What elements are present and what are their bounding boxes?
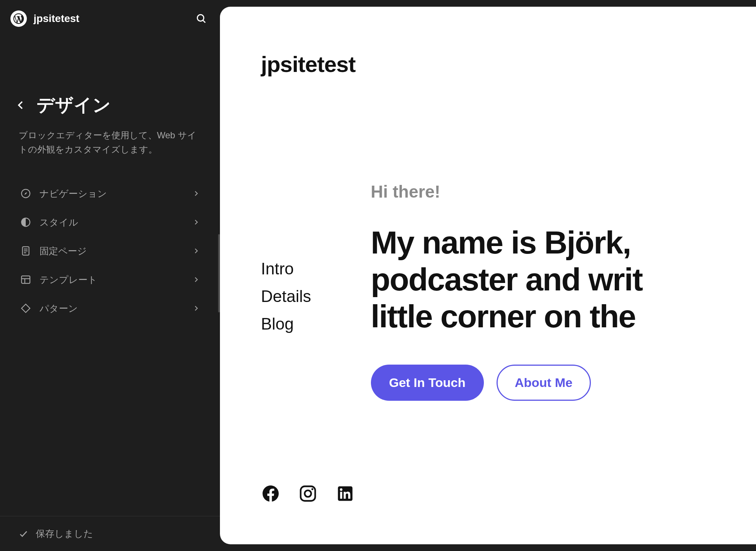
- svg-line-1: [203, 20, 205, 22]
- linkedin-icon[interactable]: [336, 484, 355, 503]
- design-menu: ナビゲーション スタイル 固定ページ: [0, 179, 220, 323]
- svg-marker-3: [24, 192, 27, 195]
- wordpress-logo-icon[interactable]: [10, 10, 27, 27]
- sidebar-top-bar: jpsitetest: [0, 0, 220, 37]
- hero-headline: My name is Björk, podcaster and writ lit…: [371, 224, 756, 335]
- command-palette-button[interactable]: [195, 12, 208, 25]
- svg-point-14: [305, 490, 311, 497]
- menu-item-label: 固定ページ: [40, 245, 87, 257]
- sidebar-site-name: jpsitetest: [34, 13, 79, 25]
- sidebar-site-identity[interactable]: jpsitetest: [10, 10, 79, 27]
- preview-content-row: Intro Details Blog Hi there! My name is …: [261, 182, 756, 401]
- panel-header: デザイン: [0, 37, 220, 128]
- compass-icon: [20, 188, 31, 199]
- social-row: [261, 484, 355, 503]
- cta-primary-button[interactable]: Get In Touch: [371, 365, 484, 401]
- menu-item-label: ナビゲーション: [40, 188, 107, 200]
- menu-item-label: スタイル: [40, 216, 78, 229]
- svg-point-15: [311, 488, 313, 490]
- menu-item-navigation[interactable]: ナビゲーション: [11, 179, 209, 208]
- chevron-right-icon: [192, 276, 200, 283]
- menu-item-label: テンプレート: [40, 274, 97, 286]
- local-nav-link[interactable]: Details: [261, 284, 311, 309]
- back-button[interactable]: [16, 100, 26, 110]
- svg-rect-9: [22, 276, 30, 283]
- preview-hero: Hi there! My name is Björk, podcaster an…: [371, 182, 756, 401]
- menu-item-templates[interactable]: テンプレート: [11, 265, 209, 294]
- save-status-bar: 保存しました: [0, 516, 220, 551]
- hero-cta-row: Get In Touch About Me: [371, 365, 756, 401]
- pattern-icon: [20, 303, 31, 314]
- instagram-icon[interactable]: [298, 484, 318, 503]
- facebook-icon[interactable]: [261, 484, 280, 503]
- page-icon: [20, 245, 31, 256]
- chevron-right-icon: [192, 305, 200, 312]
- menu-item-styles[interactable]: スタイル: [11, 208, 209, 237]
- local-nav-link[interactable]: Blog: [261, 311, 311, 337]
- panel-description: ブロックエディターを使用して、Web サイトの外観をカスタマイズします。: [0, 128, 220, 179]
- panel-title: デザイン: [37, 93, 111, 117]
- preview-site-title[interactable]: jpsitetest: [261, 51, 756, 77]
- menu-item-pages[interactable]: 固定ページ: [11, 237, 209, 265]
- chevron-right-icon: [192, 218, 200, 226]
- save-status-text: 保存しました: [36, 528, 93, 540]
- cta-secondary-button[interactable]: About Me: [497, 365, 591, 401]
- svg-point-0: [197, 15, 204, 21]
- editor-sidebar: jpsitetest デザイン ブロックエディターを使用して、Web サイトの外…: [0, 0, 220, 551]
- svg-marker-12: [22, 304, 30, 313]
- site-preview-canvas[interactable]: jpsitetest Intro Details Blog Hi there! …: [220, 7, 756, 544]
- local-nav-link[interactable]: Intro: [261, 256, 311, 281]
- menu-item-patterns[interactable]: パターン: [11, 294, 209, 323]
- layout-icon: [20, 274, 31, 285]
- preview-wrapper: jpsitetest Intro Details Blog Hi there! …: [220, 0, 756, 551]
- preview-page: jpsitetest Intro Details Blog Hi there! …: [220, 7, 756, 401]
- menu-item-label: パターン: [40, 302, 78, 315]
- chevron-right-icon: [192, 247, 200, 255]
- chevron-right-icon: [192, 190, 200, 197]
- hero-greeting: Hi there!: [371, 182, 756, 202]
- check-icon: [19, 529, 28, 539]
- preview-local-nav: Intro Details Blog: [261, 182, 311, 337]
- half-circle-icon: [20, 217, 31, 228]
